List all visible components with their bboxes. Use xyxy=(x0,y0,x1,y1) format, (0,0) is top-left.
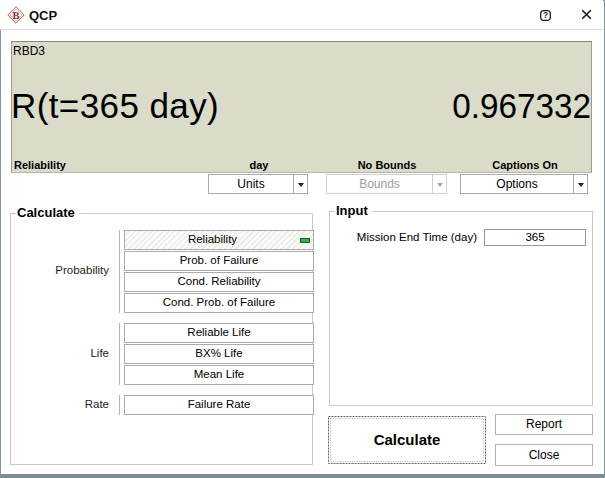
svg-text:?: ? xyxy=(543,10,548,20)
svg-text:B: B xyxy=(12,10,19,21)
